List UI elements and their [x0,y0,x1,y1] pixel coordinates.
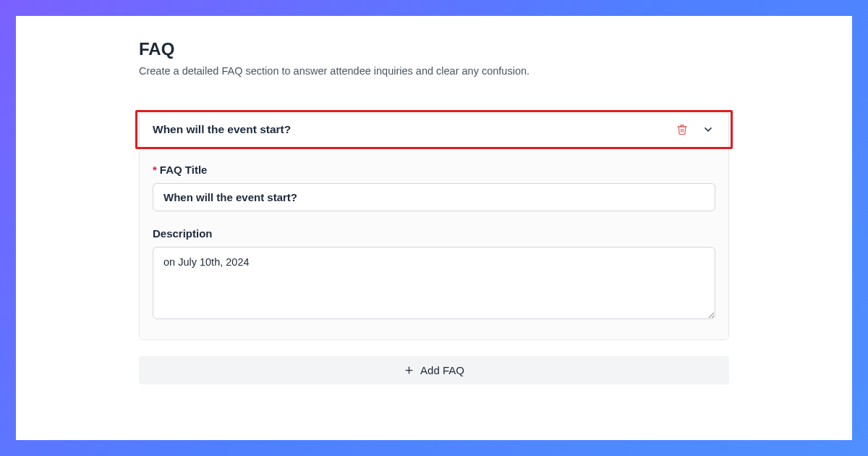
faq-body: *FAQ Title Description [140,148,728,339]
faq-header[interactable]: When will the event start? [140,112,728,148]
collapse-toggle-button[interactable] [701,122,715,137]
app-window: FAQ Create a detailed FAQ section to ans… [16,16,852,440]
faq-description-textarea[interactable] [153,247,715,319]
faq-title-label-text: FAQ Title [160,164,208,176]
plus-icon [404,365,414,376]
trash-icon [676,124,688,135]
add-faq-label: Add FAQ [420,364,464,376]
chevron-down-icon [702,124,714,135]
delete-faq-button[interactable] [675,122,689,137]
faq-card: When will the event start? [139,111,729,340]
faq-title-label: *FAQ Title [153,164,715,176]
page-title: FAQ [139,39,729,59]
required-asterisk: * [153,164,157,176]
faq-description-label: Description [153,227,715,240]
faq-header-actions [675,122,715,137]
add-faq-button[interactable]: Add FAQ [139,356,729,384]
faq-title-input[interactable] [153,183,715,211]
page-subtitle: Create a detailed FAQ section to answer … [139,65,729,77]
faq-header-title: When will the event start? [153,123,291,136]
